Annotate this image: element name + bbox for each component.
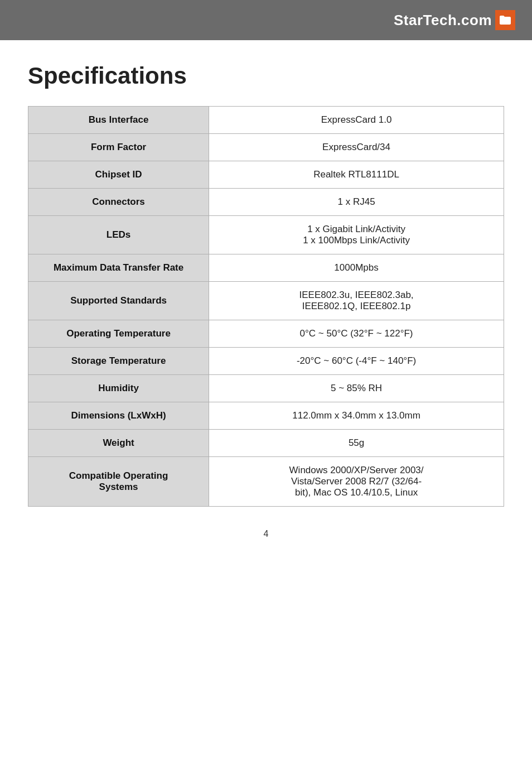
spec-label: Compatible OperatingSystems [28,457,209,507]
spec-value: -20°C ~ 60°C (-4°F ~ 140°F) [209,348,504,375]
logo-container: StarTech.com [394,10,515,30]
spec-value: Windows 2000/XP/Server 2003/Vista/Server… [209,457,504,507]
spec-label: Connectors [28,189,209,216]
table-row: Compatible OperatingSystemsWindows 2000/… [28,457,504,507]
spec-label: LEDs [28,216,209,254]
header-bar: StarTech.com [0,0,532,40]
spec-value: 112.0mm x 34.0mm x 13.0mm [209,402,504,430]
table-row: Weight55g [28,430,504,457]
spec-value: 1000Mpbs [209,254,504,282]
spec-value: 0°C ~ 50°C (32°F ~ 122°F) [209,320,504,348]
spec-value: 5 ~ 85% RH [209,375,504,402]
spec-label: Chipset ID [28,161,209,189]
table-row: Connectors1 x RJ45 [28,189,504,216]
table-row: Maximum Data Transfer Rate1000Mpbs [28,254,504,282]
page-number: 4 [28,529,504,539]
spec-value: 1 x RJ45 [209,189,504,216]
table-row: Storage Temperature-20°C ~ 60°C (-4°F ~ … [28,348,504,375]
spec-value: 55g [209,430,504,457]
spec-label: Form Factor [28,134,209,161]
spec-value: ExpressCard/34 [209,134,504,161]
spec-value: 1 x Gigabit Link/Activity1 x 100Mbps Lin… [209,216,504,254]
table-row: Operating Temperature0°C ~ 50°C (32°F ~ … [28,320,504,348]
table-row: LEDs1 x Gigabit Link/Activity1 x 100Mbps… [28,216,504,254]
spec-label: Humidity [28,375,209,402]
spec-value: Realtek RTL8111DL [209,161,504,189]
spec-label: Supported Standards [28,282,209,320]
spec-label: Bus Interface [28,107,209,134]
folder-icon [495,10,515,30]
page-content: Specifications Bus InterfaceExpressCard … [0,40,532,573]
spec-label: Dimensions (LxWxH) [28,402,209,430]
table-row: Humidity5 ~ 85% RH [28,375,504,402]
spec-label: Weight [28,430,209,457]
page-title: Specifications [28,62,504,89]
logo-text: StarTech.com [394,12,492,29]
spec-label: Storage Temperature [28,348,209,375]
specs-table: Bus InterfaceExpressCard 1.0Form FactorE… [28,106,504,507]
table-row: Dimensions (LxWxH)112.0mm x 34.0mm x 13.… [28,402,504,430]
spec-label: Maximum Data Transfer Rate [28,254,209,282]
table-row: Chipset IDRealtek RTL8111DL [28,161,504,189]
table-row: Supported StandardsIEEE802.3u, IEEE802.3… [28,282,504,320]
table-row: Bus InterfaceExpressCard 1.0 [28,107,504,134]
spec-value: IEEE802.3u, IEEE802.3ab,IEEE802.1Q, IEEE… [209,282,504,320]
spec-value: ExpressCard 1.0 [209,107,504,134]
table-row: Form FactorExpressCard/34 [28,134,504,161]
spec-label: Operating Temperature [28,320,209,348]
